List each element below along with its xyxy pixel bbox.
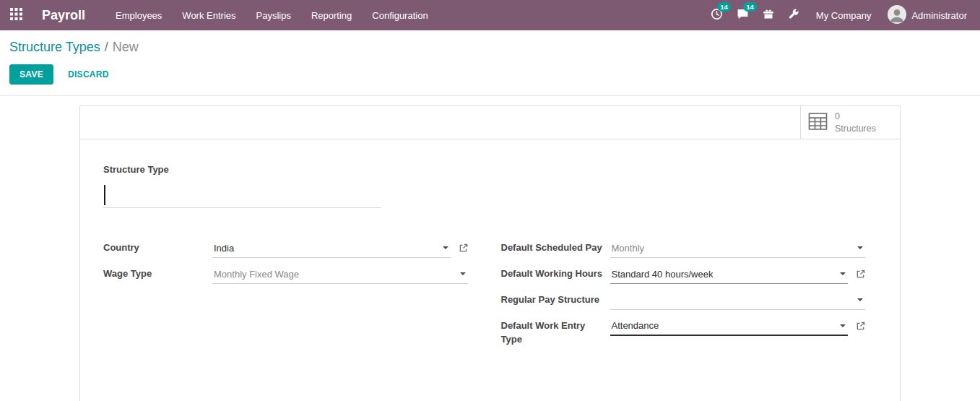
activities-menu-button[interactable]: 14 [711, 8, 723, 23]
field-row-default-scheduled-pay: Default Scheduled Pay Monthly [501, 238, 866, 258]
sheet-body: Structure Type Country India [80, 139, 900, 401]
structure-type-input[interactable] [103, 183, 381, 208]
apps-grid-icon [10, 8, 22, 23]
user-avatar [888, 5, 906, 26]
default-working-hours-input[interactable]: Standard 40 hours/week [610, 264, 849, 284]
field-row-country: Country India [103, 238, 468, 258]
stat-button-text: 0 Structures [835, 111, 876, 134]
control-panel-buttons: SAVE DISCARD [9, 64, 971, 95]
nav-item-reporting[interactable]: Reporting [301, 0, 362, 30]
default-working-hours-control: Standard 40 hours/week [610, 264, 866, 284]
nav-item-work-entries[interactable]: Work Entries [172, 0, 246, 30]
activity-count-badge: 14 [717, 2, 731, 12]
country-label: Country [103, 238, 212, 255]
default-scheduled-pay-label: Default Scheduled Pay [501, 238, 610, 255]
wrench-icon [788, 8, 799, 22]
nav-item-payslips[interactable]: Payslips [246, 0, 301, 30]
dropdown-caret-icon[interactable] [460, 272, 466, 275]
save-button[interactable]: SAVE [9, 64, 53, 85]
country-input[interactable]: India [212, 238, 451, 258]
message-count-badge: 14 [743, 2, 757, 12]
content-area: 0 Structures Structure Type Country [0, 96, 980, 401]
control-panel: Structure Types/New SAVE DISCARD [0, 30, 980, 96]
wage-type-control: Monthly Fixed Wage [212, 264, 468, 284]
dropdown-caret-icon[interactable] [840, 272, 846, 275]
default-work-entry-type-label: Default Work Entry Type [501, 316, 610, 347]
regular-pay-structure-control [610, 290, 866, 310]
app-brand-title[interactable]: Payroll [42, 8, 85, 23]
form-column-right: Default Scheduled Pay Monthly Default Wo… [501, 238, 866, 353]
default-scheduled-pay-select[interactable]: Monthly [610, 238, 866, 258]
field-row-wage-type: Wage Type Monthly Fixed Wage [103, 264, 468, 284]
dropdown-caret-icon[interactable] [857, 246, 863, 249]
wage-type-label: Wage Type [103, 264, 212, 281]
default-work-entry-type-value: Attendance [610, 320, 659, 331]
default-working-hours-value: Standard 40 hours/week [610, 269, 714, 280]
dropdown-caret-icon[interactable] [840, 324, 846, 327]
wage-type-select[interactable]: Monthly Fixed Wage [212, 264, 468, 284]
country-control: India [212, 238, 468, 258]
breadcrumb-separator: / [105, 40, 108, 54]
structures-label: Structures [835, 123, 876, 134]
top-navbar: Payroll Employees Work Entries Payslips … [0, 0, 980, 30]
field-row-regular-pay-structure: Regular Pay Structure [501, 290, 866, 310]
default-work-entry-type-control: Attendance [610, 316, 866, 336]
nav-item-employees[interactable]: Employees [105, 0, 172, 30]
dropdown-caret-icon[interactable] [443, 246, 448, 249]
form-column-left: Country India Wage Type [103, 238, 468, 290]
wage-type-value: Monthly Fixed Wage [212, 269, 299, 280]
structures-stat-button[interactable]: 0 Structures [800, 106, 900, 139]
user-name: Administrator [911, 10, 967, 21]
debug-tools-button[interactable] [788, 8, 799, 22]
sheet-header: 0 Structures [80, 106, 900, 139]
structures-count: 0 [835, 111, 876, 122]
company-menu[interactable]: My Company [816, 10, 872, 21]
systray: 14 14 My Company [711, 5, 971, 26]
default-work-entry-type-external-link-icon[interactable] [856, 316, 865, 331]
user-menu[interactable]: Administrator [888, 5, 967, 26]
regular-pay-structure-label: Regular Pay Structure [501, 290, 610, 307]
regular-pay-structure-input[interactable] [610, 290, 866, 310]
dropdown-caret-icon[interactable] [857, 298, 863, 301]
breadcrumb-current: New [113, 40, 139, 54]
nav-item-configuration[interactable]: Configuration [362, 0, 438, 30]
country-external-link-icon[interactable] [459, 238, 468, 253]
default-working-hours-label: Default Working Hours [501, 264, 610, 281]
rewards-button[interactable] [763, 8, 774, 22]
field-row-default-working-hours: Default Working Hours Standard 40 hours/… [501, 264, 866, 284]
form-sheet: 0 Structures Structure Type Country [79, 105, 901, 401]
breadcrumb-structure-types-link[interactable]: Structure Types [9, 40, 100, 54]
form-field-grid: Country India Wage Type [103, 238, 865, 353]
country-value: India [212, 243, 234, 254]
structures-table-icon [808, 113, 828, 133]
default-working-hours-external-link-icon[interactable] [856, 264, 865, 279]
messages-menu-button[interactable]: 14 [737, 8, 749, 23]
gift-icon [763, 8, 774, 22]
text-cursor [104, 185, 105, 205]
app-main-menu: Employees Work Entries Payslips Reportin… [105, 0, 438, 30]
default-scheduled-pay-control: Monthly [610, 238, 866, 258]
apps-menu-button[interactable] [0, 0, 32, 30]
breadcrumb: Structure Types/New [9, 40, 971, 55]
structure-type-label: Structure Type [103, 164, 865, 175]
default-work-entry-type-input[interactable]: Attendance [610, 316, 849, 336]
default-scheduled-pay-value: Monthly [610, 243, 645, 254]
discard-button[interactable]: DISCARD [68, 69, 109, 79]
field-row-default-work-entry-type: Default Work Entry Type Attendance [501, 316, 866, 347]
